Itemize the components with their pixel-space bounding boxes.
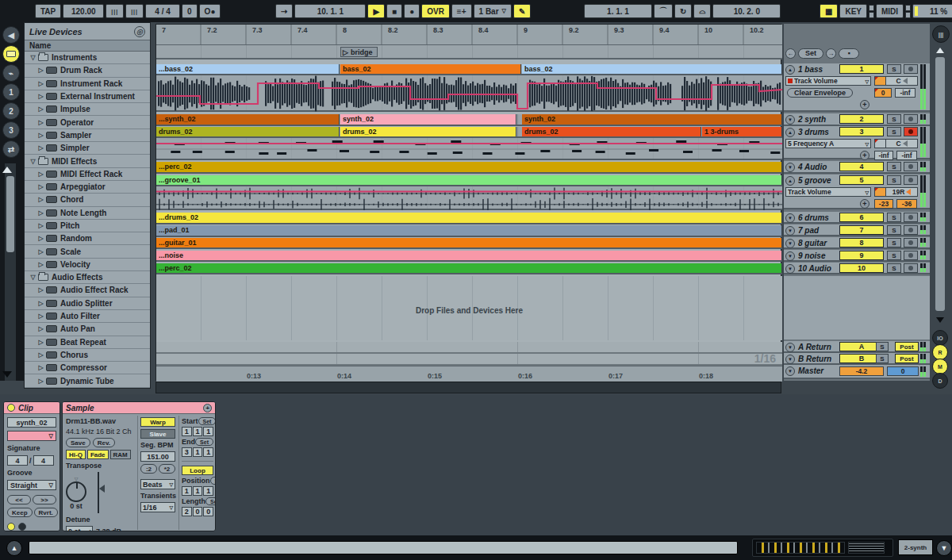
collapsed-arrow-icon[interactable]: ▷ [37,325,44,332]
arr-scroll-thumb[interactable] [935,57,945,311]
browser-scroll-up-arrow[interactable] [2,167,12,173]
clip-edit-lamp[interactable] [18,523,26,531]
arr-scroll-down-arrow[interactable] [936,317,944,323]
file-browser-2-icon[interactable]: 2 [2,102,20,120]
collapsed-arrow-icon[interactable]: ▷ [37,313,44,320]
browser-scroll-down-arrow[interactable] [2,371,12,378]
start-value[interactable]: 111 [182,427,213,436]
browser-item[interactable]: ▷Beat Repeat [25,336,150,349]
collapsed-arrow-icon[interactable]: ▷ [37,235,44,242]
arm-button[interactable] [904,162,918,171]
post-toggle[interactable]: Post [895,354,919,363]
fade-toggle[interactable]: Fade [87,450,109,459]
track-header[interactable]: ▲5 groove5STrack Volume▽-5.519R+-23-36 [784,175,930,209]
browser-item[interactable]: ▷External Instrument [25,90,150,103]
loop-toggle[interactable]: Loop [182,466,213,475]
set-locator-button[interactable]: Set [798,48,823,59]
track-number-box[interactable]: 1 [839,64,884,74]
arrangement-clip[interactable]: ...noise [156,251,782,260]
record-button[interactable]: ● [404,4,420,18]
quantize-icon[interactable]: ≡+ [451,4,472,18]
hiq-toggle[interactable]: Hi-Q [66,450,86,459]
mixer-section-toggle-io[interactable]: IO [932,330,948,346]
arrangement-clip[interactable]: ...guitar_01 [156,238,782,247]
solo-button[interactable]: S [887,213,901,222]
collapsed-arrow-icon[interactable]: ▷ [37,209,44,217]
arrangement-clip[interactable]: bass_02 [340,64,521,74]
warp-mode-chooser[interactable]: Beats ▽ [140,479,175,489]
arm-button[interactable] [904,114,918,124]
prev-locator-button[interactable]: ← [785,48,796,59]
detune-field[interactable]: 0 ct ◁ [66,526,93,531]
browser-item[interactable]: ▷Compressor [25,362,150,374]
play-button[interactable]: ▶ [367,4,385,18]
master-pan-box[interactable]: 0 [887,366,919,376]
arm-button[interactable] [904,225,918,235]
post-toggle[interactable]: Post [895,342,919,351]
browser-item[interactable]: ▷Scale [25,245,150,258]
solo-button[interactable]: S [887,175,901,185]
warp-toggle[interactable]: Warp [140,417,175,427]
solo-button[interactable]: S [876,354,889,363]
arm-button[interactable] [904,127,918,136]
seg-bpm-field[interactable]: 151.00 [140,451,175,462]
browser-item[interactable]: ▷Audio Effect Rack [25,284,150,297]
midi-map-button[interactable]: MIDI [876,4,904,18]
arrangement-clip[interactable]: synth_02 [340,114,516,125]
track-header[interactable]: ▼2 synth2S [784,113,930,126]
arrangement-position-field[interactable]: 10. 1. 1 [294,4,366,18]
browser-column-header[interactable]: Name [25,40,150,52]
collapsed-arrow-icon[interactable]: ▷ [37,144,44,152]
track-header[interactable]: ▼4 Audio4S [784,161,930,174]
browser-item[interactable]: ▷Arpeggiator [25,181,150,194]
save-button[interactable]: Save [66,438,90,447]
nudge-up-button[interactable]: ||| [125,4,144,18]
browser-item[interactable]: ▷Random [25,232,150,245]
loop-start-field[interactable]: 1. 1. 1 [584,4,652,18]
collapsed-arrow-icon[interactable]: ▷ [37,171,44,178]
solo-button[interactable]: S [887,225,901,235]
follow-button[interactable]: ⇢ [275,4,293,18]
value-box-2[interactable]: -inf [874,151,893,160]
collapsed-arrow-icon[interactable]: ▷ [37,300,44,307]
expand-arrow-icon[interactable]: ▼ [785,213,795,223]
track-number-box[interactable]: 8 [839,238,884,247]
expand-arrow-icon[interactable]: ▼ [785,226,795,236]
track-number-box[interactable]: 7 [839,225,884,235]
signature-numerator[interactable]: 4 [7,455,28,466]
track-header[interactable]: ▼Master-4.20 [784,365,930,379]
next-locator-button[interactable]: → [826,48,836,59]
prev-clip-button[interactable]: << [7,495,31,504]
file-browser-1-icon[interactable]: 1 [2,83,20,101]
mixer-section-toggle-m[interactable]: M [932,359,948,374]
solo-button[interactable]: S [887,263,901,273]
slave-toggle[interactable]: Slave [140,429,175,439]
position-set-button[interactable]: Set [210,477,217,485]
browser-scroll-thumb[interactable] [6,176,14,252]
browser-item[interactable]: ▽Audio Effects [25,271,150,284]
browser-item[interactable]: ▷Instrument Rack [25,78,150,90]
track-number-box[interactable]: 4 [839,162,884,171]
next-clip-button[interactable]: >> [33,495,56,504]
tempo-field[interactable]: 120.00 [63,4,104,18]
pan-box[interactable]: C [885,139,918,148]
clip-activator-lamp[interactable] [7,404,15,412]
loop-length-field[interactable]: 10. 2. 0 [712,4,781,18]
collapsed-arrow-icon[interactable]: ▷ [37,222,44,229]
arr-scroll-up-arrow[interactable] [936,48,944,53]
clip-content-lane[interactable] [156,75,782,112]
collapsed-arrow-icon[interactable]: ▷ [37,196,44,203]
collapsed-arrow-icon[interactable]: ▷ [37,132,44,139]
expand-arrow-icon[interactable]: ▼ [785,355,795,364]
keep-button[interactable]: Keep [7,508,33,517]
value-box-2[interactable]: -23 [874,199,893,209]
loop-length-value[interactable]: 200 [182,507,213,516]
clip-color-chooser[interactable]: ▽ [7,431,56,441]
metronome-toggle[interactable]: O● [199,4,221,18]
clip-loop-lamp[interactable] [7,523,15,531]
selected-track-badge[interactable]: 2-synth [898,539,933,555]
track-header[interactable]: ▼8 guitar8S [784,237,930,249]
master-volume-box[interactable]: -4.2 [839,366,884,376]
envelope-device-chooser[interactable]: Track Volume▽ [785,187,871,197]
revert-button[interactable]: Rvrt. [34,508,58,517]
